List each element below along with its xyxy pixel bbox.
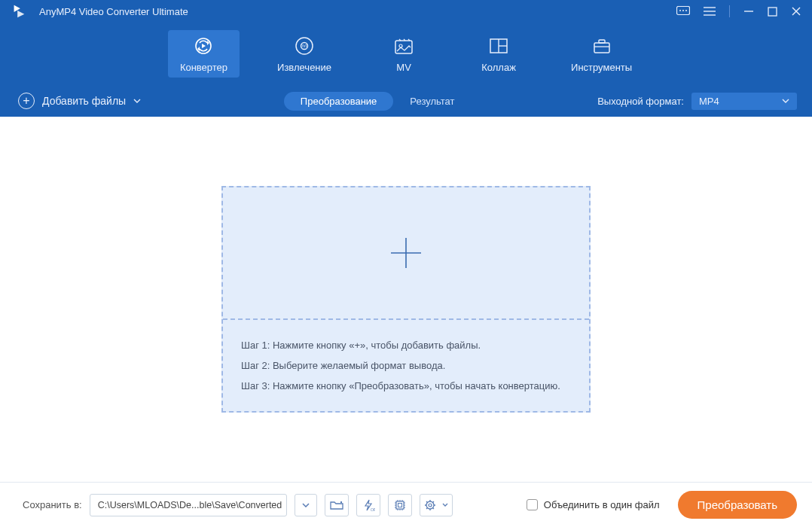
step-3: Шаг 3: Нажмите кнопку «Преобразовать», ч… (241, 376, 571, 396)
tab-label: Инструменты (571, 62, 632, 73)
svg-rect-24 (599, 40, 605, 43)
close-button[interactable] (791, 6, 801, 17)
converter-icon (193, 36, 214, 56)
app-logo: AnyMP4 Video Converter Ultimate (11, 3, 188, 20)
lightning-icon: OFF (362, 498, 375, 512)
add-files-dropzone[interactable] (223, 187, 589, 320)
output-format-value: MP4 (699, 96, 719, 107)
maximize-button[interactable] (768, 7, 777, 17)
svg-rect-29 (396, 501, 404, 509)
add-files-button[interactable]: + Добавить файлы (18, 93, 141, 109)
save-path-dropdown[interactable] (295, 494, 317, 516)
chip-icon (393, 498, 407, 512)
tab-toolbox[interactable]: Инструменты (559, 30, 644, 78)
collage-icon (489, 36, 508, 56)
secondary-toolbar: + Добавить файлы Преобразование Результа… (0, 85, 812, 117)
save-path-field[interactable]: C:\Users\MLOADS\De...ble\Save\Converted (90, 494, 287, 516)
save-path-value: C:\Users\MLOADS\De...ble\Save\Converted (98, 500, 282, 510)
menu-icon[interactable] (704, 7, 716, 16)
merge-checkbox[interactable]: Объединить в один файл (527, 499, 660, 510)
plus-icon (387, 234, 425, 272)
gear-icon (424, 499, 436, 511)
tab-mv[interactable]: MV (369, 30, 438, 78)
main-nav: Конвертер DVD Извлечение MV Коллаж Инстр… (0, 23, 812, 85)
svg-line-51 (426, 507, 428, 509)
tab-label: Коллаж (481, 62, 516, 73)
mv-icon (394, 36, 414, 56)
sub-tab-convert[interactable]: Преобразование (284, 92, 394, 111)
minimize-button[interactable] (743, 6, 754, 17)
svg-rect-23 (594, 43, 609, 53)
toolbox-icon (592, 36, 612, 56)
save-to-label: Сохранить в: (23, 499, 82, 510)
tab-converter[interactable]: Конвертер (168, 30, 240, 78)
tab-ripper[interactable]: DVD Извлечение (265, 30, 343, 78)
add-files-label: Добавить файлы (42, 95, 126, 107)
drop-zone: Шаг 1: Нажмите кнопку «+», чтобы добавит… (221, 186, 591, 413)
tab-collage[interactable]: Коллаж (464, 30, 533, 78)
chevron-down-icon (133, 99, 141, 103)
plus-icon: + (18, 93, 35, 109)
tab-label: Извлечение (277, 62, 331, 73)
svg-point-2 (682, 10, 684, 11)
app-title: AnyMP4 Video Converter Ultimate (39, 6, 188, 17)
svg-line-50 (432, 507, 434, 509)
main-area: Шаг 1: Нажмите кнопку «+», чтобы добавит… (0, 117, 812, 482)
tab-label: Конвертер (180, 62, 227, 73)
chevron-down-icon (442, 503, 448, 507)
svg-point-1 (679, 10, 681, 11)
step-2: Шаг 2: Выберите желаемый формат вывода. (241, 355, 571, 376)
output-format-dropdown[interactable]: MP4 (691, 93, 797, 110)
svg-point-44 (429, 504, 432, 507)
title-bar: AnyMP4 Video Converter Ultimate (0, 0, 812, 23)
svg-point-3 (685, 10, 687, 11)
output-format-label: Выходной формат: (597, 96, 684, 107)
chevron-down-icon (782, 99, 789, 103)
svg-rect-8 (768, 8, 777, 16)
step-1: Шаг 1: Нажмите кнопку «+», чтобы добавит… (241, 335, 571, 355)
svg-line-49 (426, 501, 428, 503)
disc-icon: DVD (295, 36, 314, 56)
logo-icon (11, 3, 27, 20)
merge-label: Объединить в один файл (544, 499, 660, 510)
checkbox-icon (527, 499, 538, 510)
bottom-bar: Сохранить в: C:\Users\MLOADS\De...ble\Sa… (0, 482, 812, 527)
svg-rect-30 (398, 503, 401, 507)
tab-label: MV (396, 62, 411, 73)
sub-tab-result[interactable]: Результат (410, 96, 454, 107)
chevron-down-icon (302, 503, 310, 507)
feedback-icon[interactable] (676, 6, 690, 17)
svg-text:DVD: DVD (301, 44, 309, 48)
svg-line-52 (432, 501, 434, 503)
svg-marker-14 (202, 44, 206, 48)
svg-text:OFF: OFF (371, 507, 375, 512)
open-folder-button[interactable] (325, 494, 349, 516)
instructions: Шаг 1: Нажмите кнопку «+», чтобы добавит… (223, 320, 589, 412)
settings-dropdown[interactable] (420, 494, 453, 516)
divider (729, 5, 730, 17)
convert-button[interactable]: Преобразовать (678, 491, 797, 519)
gpu-accel-button[interactable]: OFF (356, 494, 380, 516)
folder-icon (330, 500, 343, 510)
high-speed-button[interactable] (388, 494, 412, 516)
